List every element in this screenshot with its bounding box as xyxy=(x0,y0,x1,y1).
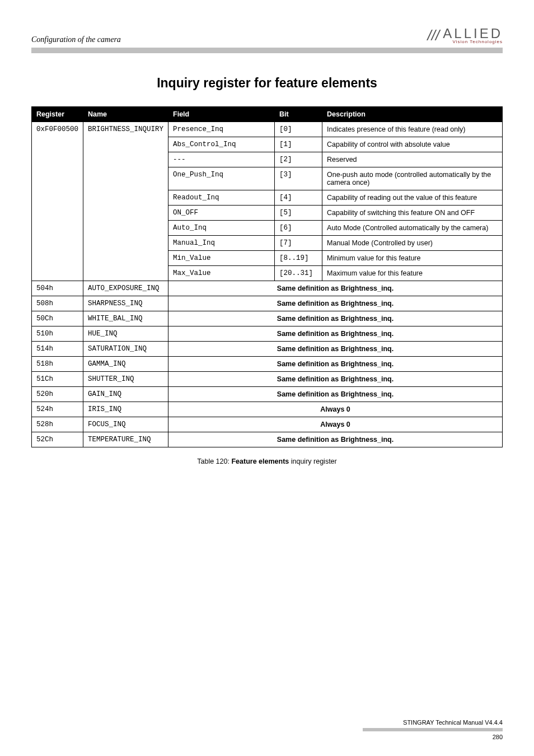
caption-pre: Table 120: xyxy=(197,458,231,465)
cell-bit: [1] xyxy=(275,137,322,152)
cell-register: 50Ch xyxy=(32,311,83,326)
cell-register: 528h xyxy=(32,417,83,432)
section-title: Inquiry register for feature elements xyxy=(31,76,503,91)
cell-register: 514h xyxy=(32,342,83,357)
cell-description: Maximum value for this feature xyxy=(322,266,503,281)
cell-field: Readout_Inq xyxy=(168,190,275,206)
cell-bit: [20..31] xyxy=(275,266,322,281)
footer-text: STINGRAY Technical Manual V4.4.4 xyxy=(363,719,503,726)
logo: /// ALLIED Vision Technologies xyxy=(428,27,503,44)
table-row: 0xF0F00500BRIGHTNESS_INQUIRYPresence_Inq… xyxy=(32,122,503,137)
caption-bold: Feature elements xyxy=(231,458,289,465)
logo-stripes-icon: /// xyxy=(428,27,440,44)
cell-name: SATURATION_INQ xyxy=(83,342,168,357)
feature-inquiry-table: Register Name Field Bit Description 0xF0… xyxy=(31,106,503,447)
cell-description: Reserved xyxy=(322,152,503,167)
cell-description: Minimum value for this feature xyxy=(322,251,503,266)
cell-description: Manual Mode (Controlled by user) xyxy=(322,236,503,251)
cell-span-definition: Same definition as Brightness_inq. xyxy=(168,296,503,311)
col-register: Register xyxy=(32,107,83,122)
table-row: 528hFOCUS_INQAlways 0 xyxy=(32,417,503,432)
table-row: 520hGAIN_INQSame definition as Brightnes… xyxy=(32,387,503,402)
cell-field: Min_Value xyxy=(168,251,275,266)
cell-bit: [0] xyxy=(275,122,322,137)
table-row: 510hHUE_INQSame definition as Brightness… xyxy=(32,326,503,342)
cell-span-definition: Same definition as Brightness_inq. xyxy=(168,387,503,402)
cell-field: Max_Value xyxy=(168,266,275,281)
page-footer: STINGRAY Technical Manual V4.4.4 280 xyxy=(363,719,503,740)
table-header-row: Register Name Field Bit Description xyxy=(32,107,503,122)
cell-register: 520h xyxy=(32,387,83,402)
cell-description: Auto Mode (Controlled automatically by t… xyxy=(322,221,503,236)
cell-register: 508h xyxy=(32,296,83,311)
table-row: 504hAUTO_EXPOSURE_INQSame definition as … xyxy=(32,281,503,296)
page-number: 280 xyxy=(363,734,503,740)
cell-span-definition: Same definition as Brightness_inq. xyxy=(168,326,503,342)
table-row: 51ChSHUTTER_INQSame definition as Bright… xyxy=(32,372,503,387)
cell-name: SHARPNESS_INQ xyxy=(83,296,168,311)
cell-name: BRIGHTNESS_INQUIRY xyxy=(83,122,168,281)
logo-text: ALLIED xyxy=(443,26,503,41)
col-name: Name xyxy=(83,107,168,122)
cell-name: IRIS_INQ xyxy=(83,402,168,417)
cell-register: 51Ch xyxy=(32,372,83,387)
cell-bit: [7] xyxy=(275,236,322,251)
cell-bit: [6] xyxy=(275,221,322,236)
cell-bit: [4] xyxy=(275,190,322,206)
table-row: 508hSHARPNESS_INQSame definition as Brig… xyxy=(32,296,503,311)
page-header: Configuration of the camera /// ALLIED V… xyxy=(31,27,503,44)
cell-name: WHITE_BAL_INQ xyxy=(83,311,168,326)
cell-span-definition: Same definition as Brightness_inq. xyxy=(168,372,503,387)
header-left: Configuration of the camera xyxy=(31,35,121,44)
cell-bit: [5] xyxy=(275,206,322,221)
cell-name: GAIN_INQ xyxy=(83,387,168,402)
cell-description: Indicates presence of this feature (read… xyxy=(322,122,503,137)
cell-field: ON_OFF xyxy=(168,206,275,221)
col-field: Field xyxy=(168,107,275,122)
cell-span-definition: Always 0 xyxy=(168,402,503,417)
caption-post: inquiry register xyxy=(289,458,336,465)
cell-description: Capability of switching this feature ON … xyxy=(322,206,503,221)
cell-field: --- xyxy=(168,152,275,167)
cell-register: 518h xyxy=(32,357,83,372)
table-caption: Table 120: Feature elements inquiry regi… xyxy=(31,458,503,465)
col-bit: Bit xyxy=(275,107,322,122)
cell-span-definition: Same definition as Brightness_inq. xyxy=(168,432,503,447)
cell-span-definition: Always 0 xyxy=(168,417,503,432)
cell-name: SHUTTER_INQ xyxy=(83,372,168,387)
cell-bit: [8..19] xyxy=(275,251,322,266)
cell-field: Manual_Inq xyxy=(168,236,275,251)
footer-rule xyxy=(363,728,503,731)
cell-name: GAMMA_INQ xyxy=(83,357,168,372)
table-row: 514hSATURATION_INQSame definition as Bri… xyxy=(32,342,503,357)
cell-name: FOCUS_INQ xyxy=(83,417,168,432)
cell-field: Auto_Inq xyxy=(168,221,275,236)
cell-description: Capability of reading out the value of t… xyxy=(322,190,503,206)
table-row: 524hIRIS_INQAlways 0 xyxy=(32,402,503,417)
cell-description: Capability of control with absolute valu… xyxy=(322,137,503,152)
cell-span-definition: Same definition as Brightness_inq. xyxy=(168,357,503,372)
table-row: 50ChWHITE_BAL_INQSame definition as Brig… xyxy=(32,311,503,326)
cell-register: 504h xyxy=(32,281,83,296)
cell-register: 510h xyxy=(32,326,83,342)
header-right: /// ALLIED Vision Technologies xyxy=(428,27,503,44)
cell-register: 524h xyxy=(32,402,83,417)
table-row: 52ChTEMPERATURE_INQSame definition as Br… xyxy=(32,432,503,447)
cell-bit: [3] xyxy=(275,167,322,190)
cell-name: HUE_INQ xyxy=(83,326,168,342)
header-rule xyxy=(31,48,503,53)
cell-name: AUTO_EXPOSURE_INQ xyxy=(83,281,168,296)
cell-register: 52Ch xyxy=(32,432,83,447)
cell-register: 0xF0F00500 xyxy=(32,122,83,281)
cell-span-definition: Same definition as Brightness_inq. xyxy=(168,342,503,357)
table-row: 518hGAMMA_INQSame definition as Brightne… xyxy=(32,357,503,372)
cell-field: Abs_Control_Inq xyxy=(168,137,275,152)
cell-description: One-push auto mode (controlled automatic… xyxy=(322,167,503,190)
cell-span-definition: Same definition as Brightness_inq. xyxy=(168,311,503,326)
cell-bit: [2] xyxy=(275,152,322,167)
cell-span-definition: Same definition as Brightness_inq. xyxy=(168,281,503,296)
cell-field: One_Push_Inq xyxy=(168,167,275,190)
cell-name: TEMPERATURE_INQ xyxy=(83,432,168,447)
cell-field: Presence_Inq xyxy=(168,122,275,137)
col-description: Description xyxy=(322,107,503,122)
